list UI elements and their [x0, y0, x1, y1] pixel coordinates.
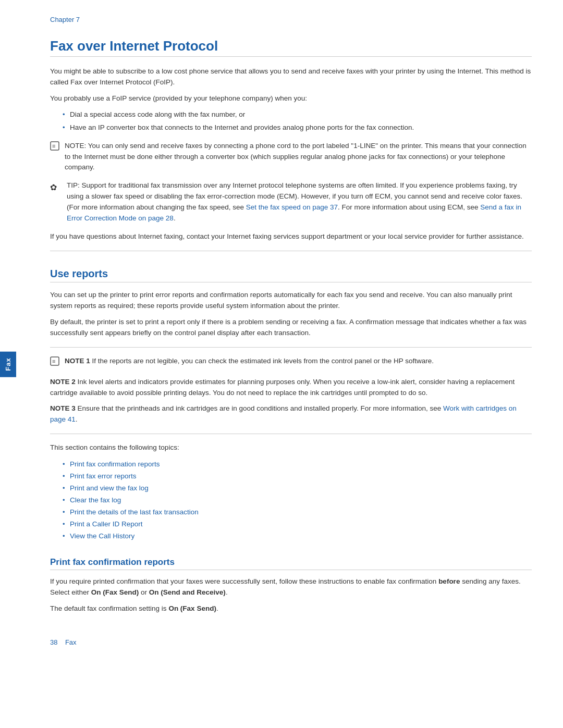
- tip-icon: ✿: [50, 181, 64, 194]
- topic-link-2[interactable]: Print fax error reports: [70, 472, 137, 480]
- section3-title: Print fax confirmation reports: [50, 557, 532, 570]
- list-item: View the Call History: [63, 530, 532, 542]
- page-footer: 38 Fax: [50, 635, 532, 646]
- section1-para1: You might be able to subscribe to a low …: [50, 66, 532, 88]
- topic-link-4[interactable]: Clear the fax log: [70, 496, 121, 504]
- section1-title: Fax over Internet Protocol: [50, 38, 532, 57]
- topic-link-6[interactable]: Print a Caller ID Report: [70, 520, 143, 528]
- section1-para-final: If you have questions about Internet fax…: [50, 231, 532, 242]
- section3-para1: If you require printed confirmation that…: [50, 576, 532, 598]
- note-box-2: ≡ NOTE 1 If the reports are not legible,…: [50, 356, 532, 369]
- svg-text:≡: ≡: [52, 358, 55, 364]
- section1-bullets: Dial a special access code along with th…: [63, 109, 532, 133]
- list-item: Have an IP converter box that connects t…: [63, 122, 532, 133]
- note-text-1: NOTE: You can only send and receive faxe…: [65, 141, 532, 174]
- tip-link1[interactable]: Set the fax speed on page 37: [246, 203, 338, 211]
- footer-section-label: Fax: [65, 638, 77, 646]
- section2-para1: You can set up the printer to print erro…: [50, 290, 532, 312]
- list-item: Print a Caller ID Report: [63, 519, 532, 530]
- divider-1: [50, 251, 532, 251]
- list-item: Clear the fax log: [63, 495, 532, 507]
- list-item: Print fax error reports: [63, 471, 532, 483]
- topic-link-5[interactable]: Print the details of the last fax transa…: [70, 508, 199, 516]
- page-number: 38: [50, 638, 57, 646]
- note-box-3: NOTE 2 Ink level alerts and indicators p…: [50, 377, 532, 399]
- section2-title: Use reports: [50, 268, 532, 282]
- note-box-4: NOTE 3 Ensure that the printheads and in…: [50, 403, 532, 425]
- side-tab: Fax: [0, 0, 19, 728]
- topics-list: Print fax confirmation reports Print fax…: [63, 459, 532, 542]
- tip-text-1: TIP: Support for traditional fax transmi…: [67, 180, 532, 224]
- tip-box-1: ✿ TIP: Support for traditional fax trans…: [50, 180, 532, 224]
- note-icon-2: ≡: [50, 356, 62, 369]
- list-item: Print fax confirmation reports: [63, 459, 532, 471]
- topic-link-3[interactable]: Print and view the fax log: [70, 484, 149, 492]
- list-item: Print and view the fax log: [63, 483, 532, 495]
- divider-3: [50, 434, 532, 434]
- side-tab-label: Fax: [0, 351, 16, 377]
- list-item: Print the details of the last fax transa…: [63, 507, 532, 519]
- main-content: Chapter 7 Fax over Internet Protocol You…: [19, 0, 563, 728]
- list-item: Dial a special access code along with th…: [63, 109, 532, 120]
- topic-link-7[interactable]: View the Call History: [70, 532, 134, 540]
- section2-para2: By default, the printer is set to print …: [50, 317, 532, 339]
- divider-2: [50, 347, 532, 348]
- section3-para2: The default fax confirmation setting is …: [50, 603, 532, 614]
- section1-para2: You probably use a FoIP service (provide…: [50, 93, 532, 104]
- note-box-1: ≡ NOTE: You can only send and receive fa…: [50, 141, 532, 174]
- topics-intro: This section contains the following topi…: [50, 442, 532, 453]
- note2-text: NOTE 1 If the reports are not legible, y…: [65, 356, 434, 367]
- svg-text:≡: ≡: [52, 143, 55, 149]
- chapter-label: Chapter 7: [50, 16, 532, 23]
- note-icon: ≡: [50, 141, 62, 154]
- topic-link-1[interactable]: Print fax confirmation reports: [70, 460, 160, 468]
